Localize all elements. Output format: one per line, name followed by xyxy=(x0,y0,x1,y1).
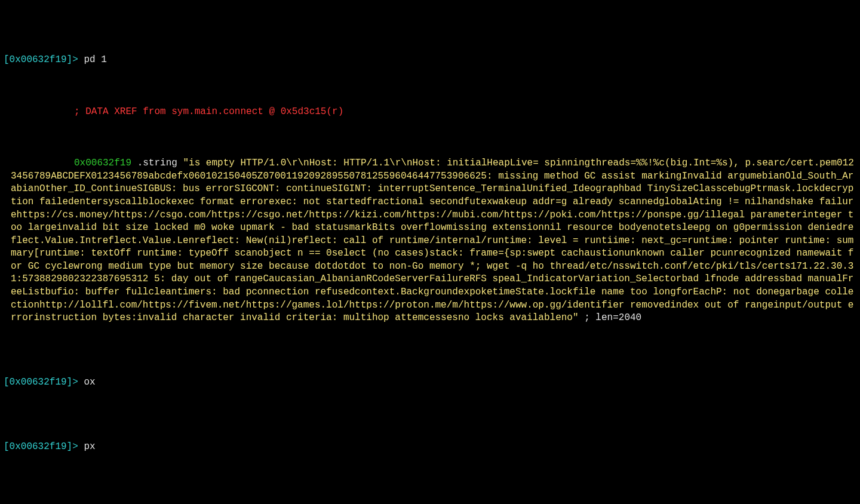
disasm-len: ; len=2040 xyxy=(579,312,642,323)
xref-comment: ; DATA XREF from sym.main.connect @ 0x5d… xyxy=(74,106,343,117)
cmd-pd: pd 1 xyxy=(84,54,106,65)
prompt-line-2: [0x00632f19]> ox xyxy=(4,376,856,389)
cmd-px: px xyxy=(84,441,95,452)
prompt-line-1: [0x00632f19]> pd 1 xyxy=(4,54,856,67)
prompt-line-3: [0x00632f19]> px xyxy=(4,441,856,454)
disasm-op: .string xyxy=(137,158,177,168)
disasm-string: "is empty HTTP/1.0\r\nHost: HTTP/1.1\r\n… xyxy=(11,158,854,323)
prompt: [0x00632f19]> xyxy=(4,377,78,388)
disasm-addr: 0x00632f19 xyxy=(74,158,131,168)
prompt: [0x00632f19]> xyxy=(4,441,78,452)
prompt: [0x00632f19]> xyxy=(4,54,78,65)
terminal[interactable]: [0x00632f19]> pd 1 ; DATA XREF from sym.… xyxy=(0,0,860,504)
xref-line: ; DATA XREF from sym.main.connect @ 0x5d… xyxy=(4,106,856,119)
disasm-line: 0x00632f19 .string "is empty HTTP/1.0\r\… xyxy=(4,157,856,325)
cmd-ox: ox xyxy=(84,377,95,388)
